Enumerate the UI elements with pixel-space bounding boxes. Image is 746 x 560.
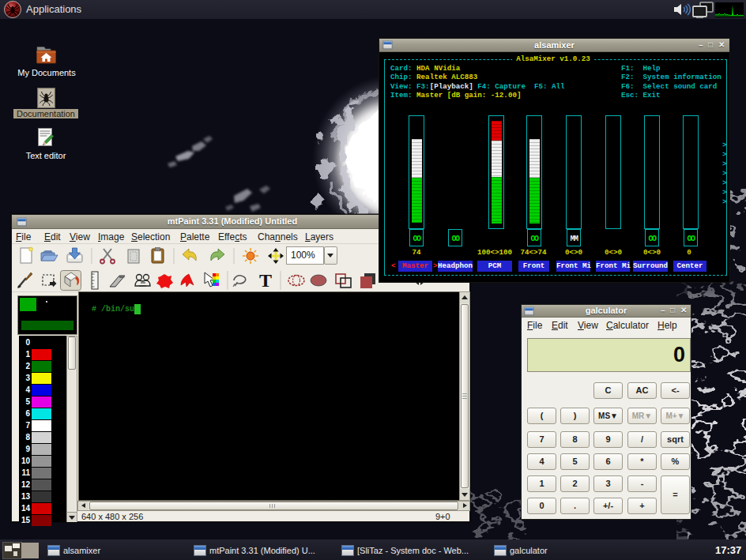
svg-text:T: T xyxy=(259,270,272,291)
